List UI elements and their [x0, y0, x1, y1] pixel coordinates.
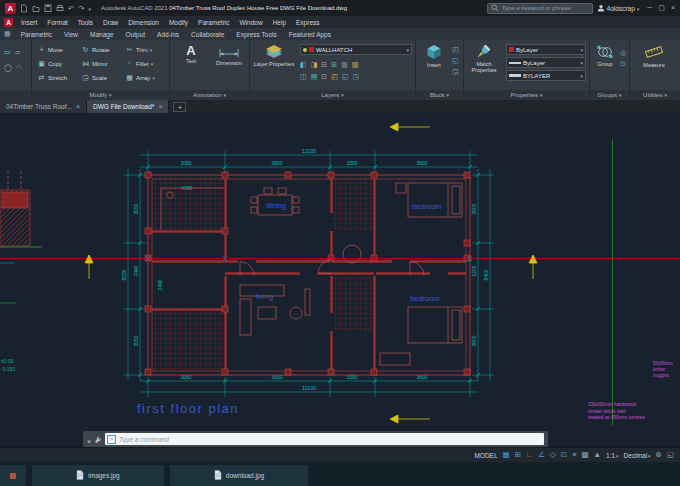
polygon-tool-icon[interactable]: ▱: [15, 48, 20, 55]
tab-collaborate[interactable]: Collaborate: [185, 31, 230, 38]
layer-isolate-icon[interactable]: ◨: [311, 61, 318, 68]
close-tab-icon[interactable]: [76, 103, 80, 110]
print-icon[interactable]: [56, 4, 64, 13]
customization-gear-icon[interactable]: ⊛: [656, 451, 662, 459]
lineweight-display-icon[interactable]: ≡: [572, 451, 576, 459]
tool-array[interactable]: ▦Array: [125, 74, 155, 82]
layer-off-icon[interactable]: ◧: [300, 61, 307, 68]
block-attributes-icon[interactable]: ◲: [452, 68, 459, 75]
panel-label-utilities[interactable]: Utilities: [630, 90, 680, 100]
save-icon[interactable]: [44, 4, 52, 13]
command-input-field[interactable]: [105, 433, 544, 445]
layer-properties-button[interactable]: Layer Properties: [252, 44, 296, 67]
layer-walk-icon[interactable]: ▨: [352, 61, 359, 68]
layer-state-icon[interactable]: ◳: [352, 73, 359, 80]
command-line[interactable]: [83, 431, 548, 447]
tab-express-tools[interactable]: Express Tools: [230, 31, 282, 38]
block-edit-icon[interactable]: ◰: [452, 46, 459, 53]
layer-lock-icon[interactable]: ⊞: [331, 61, 337, 68]
panel-label-block[interactable]: Block: [416, 90, 463, 100]
new-tab-button[interactable]: [173, 102, 186, 112]
minimize-icon[interactable]: [647, 4, 652, 12]
tool-trim[interactable]: ✂Trim: [125, 46, 152, 54]
layer-freeze-icon[interactable]: ⊟: [321, 61, 327, 68]
text-tool-button[interactable]: A Text: [176, 44, 206, 64]
tab-manage[interactable]: Manage: [84, 31, 120, 38]
menu-dimension[interactable]: Dimension: [123, 19, 164, 26]
tool-move[interactable]: +Move: [37, 46, 63, 53]
redo-icon[interactable]: ↷: [78, 4, 84, 13]
insert-block-button[interactable]: Insert: [420, 44, 448, 68]
tool-mirror[interactable]: ⋈Mirror: [81, 60, 108, 68]
close-tab-2-icon[interactable]: [158, 103, 162, 110]
menu-parametric[interactable]: Parametric: [193, 19, 234, 26]
lineweight-select[interactable]: BYLAYER: [506, 70, 586, 81]
menu-insert[interactable]: Insert: [16, 19, 42, 26]
tool-copy[interactable]: ▣Copy: [37, 60, 62, 68]
tab-featured-apps[interactable]: Featured Apps: [283, 31, 337, 38]
menu-help[interactable]: Help: [268, 19, 291, 26]
circle-tool-icon[interactable]: ◯: [4, 64, 12, 71]
tab-output[interactable]: Output: [120, 31, 152, 38]
file-tab-1[interactable]: 04Timber Truss Roof...: [0, 100, 87, 113]
menu-logo-icon[interactable]: A: [4, 18, 13, 27]
model-space-button[interactable]: MODEL: [474, 452, 497, 459]
drawing-viewport[interactable]: ±0.00 -0.150: [0, 113, 680, 447]
panel-label-annotation[interactable]: Annotation: [170, 90, 249, 100]
command-close-icon[interactable]: [87, 430, 91, 448]
maximize-icon[interactable]: [658, 4, 665, 12]
layer-prev-icon[interactable]: ◱: [342, 73, 349, 80]
panel-label-properties[interactable]: Properties: [464, 90, 589, 100]
measure-button[interactable]: Measure: [638, 45, 670, 68]
arc-tool-icon[interactable]: ◠: [16, 64, 22, 71]
match-properties-button[interactable]: Match Properties: [466, 43, 502, 73]
search-input[interactable]: [502, 5, 589, 11]
grid-display-icon[interactable]: ▦: [503, 451, 510, 459]
close-window-icon[interactable]: [671, 4, 675, 12]
object-snap-icon[interactable]: ⊡: [561, 451, 567, 459]
annotation-visibility-icon[interactable]: ▲: [594, 451, 601, 459]
workspace-grid-icon[interactable]: ▦: [4, 30, 11, 38]
menu-window[interactable]: Window: [235, 19, 268, 26]
tab-view[interactable]: View: [58, 31, 84, 38]
ungroup-icon[interactable]: ◎: [620, 49, 626, 56]
panel-label-modify[interactable]: Modify: [32, 90, 169, 100]
layer-current-icon[interactable]: ◰: [331, 73, 338, 80]
group-button[interactable]: Group: [592, 45, 618, 67]
open-file-icon[interactable]: [32, 4, 40, 13]
linetype-select[interactable]: ByLayer: [506, 57, 586, 68]
tool-stretch[interactable]: ⇄Stretch: [37, 74, 67, 82]
snap-mode-icon[interactable]: ⊞: [515, 451, 521, 459]
tool-rotate[interactable]: ↻Rotate: [81, 46, 110, 54]
layer-match-icon[interactable]: ▥: [341, 61, 348, 68]
dimension-tool-button[interactable]: Dimension: [210, 46, 248, 66]
command-input[interactable]: [119, 436, 542, 443]
rectangle-tool-icon[interactable]: ▭: [4, 48, 11, 55]
quick-access-caret-icon[interactable]: [89, 4, 92, 13]
tool-scale[interactable]: ◲Scale: [81, 74, 107, 82]
color-select[interactable]: ByLayer: [506, 44, 586, 55]
panel-label-groups[interactable]: Groups: [590, 90, 629, 100]
panel-label-layers[interactable]: Layers: [250, 90, 415, 100]
undo-icon[interactable]: ↶: [68, 4, 74, 13]
layer-unlock-icon[interactable]: ⊡: [321, 73, 327, 80]
taskbar-item-images[interactable]: images.jpg: [32, 465, 164, 486]
menu-modify[interactable]: Modify: [164, 19, 193, 26]
layer-unisolate-icon[interactable]: ◫: [300, 73, 307, 80]
help-search[interactable]: [487, 3, 593, 14]
annotation-scale-button[interactable]: 1:1: [606, 452, 619, 459]
layer-thaw-icon[interactable]: ▤: [311, 73, 318, 80]
autocad-app-icon[interactable]: A: [5, 3, 16, 14]
block-create-icon[interactable]: ◱: [452, 57, 459, 64]
tab-add-ins[interactable]: Add-ins: [151, 31, 185, 38]
tab-parametric[interactable]: Parametric: [15, 31, 58, 38]
menu-express[interactable]: Express: [291, 19, 324, 26]
menu-format[interactable]: Format: [42, 19, 73, 26]
new-file-icon[interactable]: [20, 4, 28, 13]
menu-tools[interactable]: Tools: [73, 19, 98, 26]
command-customize-icon[interactable]: [94, 430, 102, 448]
account-menu[interactable]: 4oldscrap: [597, 4, 640, 13]
units-button[interactable]: Decimal: [624, 452, 651, 459]
file-tab-2[interactable]: DWG File Download*: [87, 100, 170, 113]
isometric-drafting-icon[interactable]: ◇: [550, 451, 556, 459]
